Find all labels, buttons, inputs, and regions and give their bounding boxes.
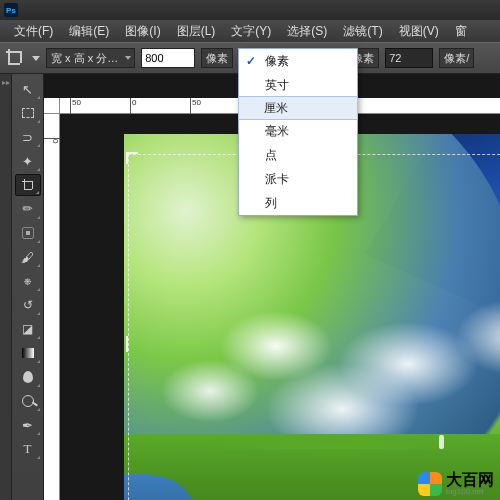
ruler-tick: 0 [130, 98, 136, 114]
ruler-tick: 50 [190, 98, 201, 114]
aspect-preset-label: 宽 x 高 x 分… [51, 51, 118, 66]
menu-layer[interactable]: 图层(L) [169, 21, 224, 42]
unit-option-cm[interactable]: 厘米 [238, 96, 358, 120]
unit-option-pixels[interactable]: 像素 [239, 49, 357, 73]
menu-edit[interactable]: 编辑(E) [61, 21, 117, 42]
ruler-origin[interactable] [44, 98, 60, 114]
eraser-tool[interactable]: ◪ [15, 318, 41, 340]
menu-image[interactable]: 图像(I) [117, 21, 168, 42]
healing-brush-tool[interactable] [15, 222, 41, 244]
move-tool[interactable]: ↖ [15, 78, 41, 100]
menubar: 文件(F) 编辑(E) 图像(I) 图层(L) 文字(Y) 选择(S) 滤镜(T… [0, 20, 500, 42]
unit-option-mm[interactable]: 毫米 [239, 119, 357, 143]
ruler-tick: 50 [70, 98, 81, 114]
resolution-input[interactable] [385, 48, 433, 68]
menu-filter[interactable]: 滤镜(T) [335, 21, 390, 42]
pen-tool[interactable]: ✒ [15, 414, 41, 436]
menu-view[interactable]: 视图(V) [391, 21, 447, 42]
width-input[interactable] [141, 48, 195, 68]
watermark-logo-icon [418, 472, 442, 496]
app-icon: Ps [4, 3, 18, 17]
type-tool[interactable]: T [15, 438, 41, 460]
unit-option-picas[interactable]: 派卡 [239, 167, 357, 191]
vertical-ruler[interactable]: 0 [44, 114, 60, 500]
eyedropper-tool[interactable]: ✎ [15, 198, 41, 220]
ruler-tick: 0 [44, 138, 60, 143]
magic-wand-tool[interactable]: ✦ [15, 150, 41, 172]
watermark: 大百网 big100.net [418, 472, 494, 496]
resolution-unit-label: 像素/ [439, 48, 474, 68]
clone-stamp-tool[interactable]: ⎈ [15, 270, 41, 292]
dodge-tool[interactable] [15, 390, 41, 412]
lasso-tool[interactable]: ⊃ [15, 126, 41, 148]
collapsed-panel[interactable]: ▸▸ [0, 74, 12, 500]
watermark-name: 大百网 [446, 472, 494, 488]
unit-option-columns[interactable]: 列 [239, 191, 357, 215]
crop-tool-icon[interactable] [6, 49, 24, 67]
unit-option-points[interactable]: 点 [239, 143, 357, 167]
blur-tool[interactable] [15, 366, 41, 388]
marquee-tool[interactable] [15, 102, 41, 124]
crop-tool[interactable] [15, 174, 41, 196]
width-unit-label: 像素 [201, 48, 233, 68]
brush-tool[interactable]: 🖌 [15, 246, 41, 268]
unit-dropdown-menu: 像素 英寸 厘米 毫米 点 派卡 列 [238, 48, 358, 216]
watermark-url: big100.net [446, 488, 494, 496]
menu-file[interactable]: 文件(F) [6, 21, 61, 42]
menu-window[interactable]: 窗 [447, 21, 475, 42]
history-brush-tool[interactable]: ↺ [15, 294, 41, 316]
menu-select[interactable]: 选择(S) [279, 21, 335, 42]
aspect-preset-select[interactable]: 宽 x 高 x 分… [46, 48, 135, 68]
tools-panel: ↖ ⊃ ✦ ✎ 🖌 ⎈ ↺ ◪ ✒ T [12, 74, 44, 500]
menu-type[interactable]: 文字(Y) [223, 21, 279, 42]
tool-preset-dropdown-icon[interactable] [32, 56, 40, 61]
unit-option-inches[interactable]: 英寸 [239, 73, 357, 97]
gradient-tool[interactable] [15, 342, 41, 364]
expand-panel-icon[interactable]: ▸▸ [2, 78, 10, 87]
